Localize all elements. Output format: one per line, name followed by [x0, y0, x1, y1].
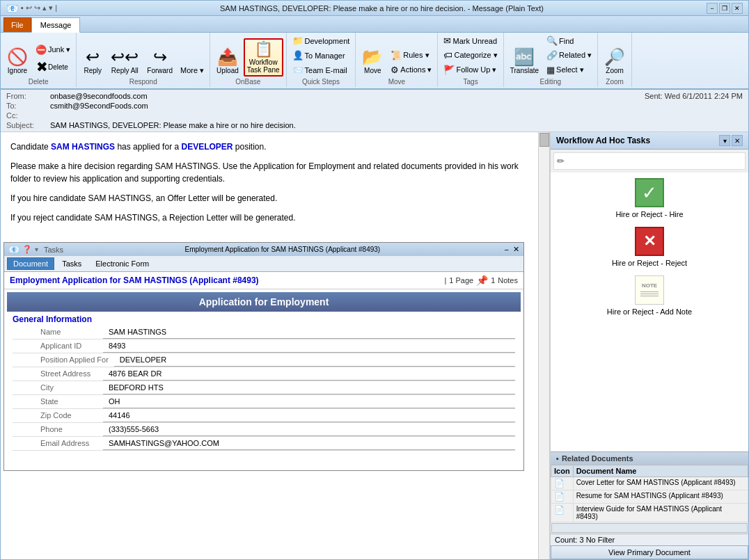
reply-button[interactable]: ↩ Reply [79, 46, 106, 77]
add-note-task-button[interactable]: Hire or Reject - Add Note [556, 275, 743, 316]
col-icon: Icon [551, 465, 574, 477]
view-primary-button[interactable]: View Primary Document [551, 545, 748, 559]
development-button[interactable]: 📁 Development [290, 34, 353, 47]
title-bar-controls: − ❐ ✕ [707, 3, 743, 14]
tab-file[interactable]: File [3, 17, 31, 32]
doc-name-cell: Cover Letter for SAM HASTINGS (Applicant… [573, 477, 748, 490]
related-docs-header: ▪ Related Documents [551, 452, 748, 465]
form-row: CityBEDFORD HTS [13, 381, 515, 395]
form-fields: NameSAM HASTINGSApplicant ID8493Position… [7, 326, 521, 451]
ribbon-group-editing: 🔤 Translate 🔍 Find 🔗 Related ▾ [504, 33, 598, 87]
reject-task-button[interactable]: ✕ Hire or Reject - Reject [556, 227, 743, 267]
content-area: Candidate SAM HASTINGS has applied for a… [1, 132, 748, 559]
junk-button[interactable]: ⛔ Junk ▾ [33, 43, 73, 56]
tab-electronic-form[interactable]: Electronic Form [89, 257, 155, 270]
table-row[interactable]: 📄 Interview Guide for SAM HASTINGS (Appl… [551, 504, 748, 522]
form-row: Position Applied ForDEVELOPER [13, 353, 515, 367]
viewer-content: Application for Employment General Infor… [4, 289, 523, 470]
title-bar: 📧 ▪ ↩ ↪ ▴ ▾ | SAM HASTINGS, DEVELOPER: P… [1, 1, 748, 16]
viewer-tabs: Document Tasks Electronic Form [4, 256, 523, 272]
form-row: Phone(333)555-5663 [13, 423, 515, 437]
minimize-button[interactable]: − [707, 3, 718, 14]
rules-button[interactable]: 📜 Rules ▾ [388, 49, 434, 62]
doc-name-cell: Interview Guide for SAM HASTINGS (Applic… [573, 504, 748, 522]
more-button[interactable]: More ▾ [178, 65, 207, 77]
viewer-close[interactable]: ✕ [513, 245, 519, 254]
ribbon-group-move: 📂 Move 📜 Rules ▾ ⚙ Actions ▾ [356, 33, 438, 87]
form-row: Street Address4876 BEAR DR [13, 367, 515, 381]
form-row: StateOH [13, 395, 515, 409]
title-bar-left: 📧 ▪ ↩ ↪ ▴ ▾ | [6, 3, 57, 14]
close-button[interactable]: ✕ [732, 3, 743, 14]
reply-all-button[interactable]: ↩↩ Reply All [107, 46, 142, 77]
workflow-panel-header: Workflow Ad Hoc Tasks ▾ ✕ [551, 132, 748, 150]
panel-minimize-button[interactable]: ▾ [719, 135, 730, 146]
viewer-doc-header: Employment Application for SAM HASTINGS … [4, 272, 523, 289]
viewer-titlebar: 📧 ❓ ▾ Tasks Employment Application for S… [4, 243, 523, 256]
ignore-button[interactable]: 🚫 Ignore [3, 46, 31, 77]
team-email-button[interactable]: 📨 Team E-mail [290, 63, 350, 77]
form-row: Applicant ID8493 [13, 339, 515, 353]
forward-button[interactable]: ↪ Forward [143, 46, 176, 77]
ribbon-tabs: File Message [1, 16, 748, 33]
embedded-viewer: 📧 ❓ ▾ Tasks Employment Application for S… [3, 242, 524, 471]
body-scrollbar[interactable] [538, 132, 549, 559]
tab-message[interactable]: Message [31, 17, 81, 33]
related-button[interactable]: 🔗 Related ▾ [544, 49, 594, 62]
related-scrollbar[interactable] [551, 523, 748, 533]
doc-icon-cell: 📄 [551, 477, 574, 490]
ribbon: 🚫 Ignore ⛔ Junk ▾ ✖ Delete De [1, 33, 748, 90]
doc-icon-cell: 📄 [551, 490, 574, 504]
zoom-button[interactable]: 🔎 Zoom [601, 46, 629, 77]
ribbon-group-zoom: 🔎 Zoom Zoom [598, 33, 632, 87]
to-manager-button[interactable]: 👤 To Manager [290, 49, 348, 62]
workflow-tasks: ✓ Hire or Reject - Hire ✕ Hire or Reject… [551, 173, 748, 451]
doc-icon-cell: 📄 [551, 504, 574, 522]
panel-close-button[interactable]: ✕ [732, 135, 743, 146]
delete-button[interactable]: ✖ Delete [33, 57, 73, 77]
follow-up-button[interactable]: 🚩 Follow Up ▾ [441, 63, 499, 77]
ribbon-group-tags: ✉ Mark Unread 🏷 Categorize ▾ 🚩 Follow Up… [438, 33, 503, 87]
ribbon-row: 🚫 Ignore ⛔ Junk ▾ ✖ Delete De [1, 33, 748, 88]
translate-button[interactable]: 🔤 Translate [507, 46, 542, 77]
mark-unread-button[interactable]: ✉ Mark Unread [441, 34, 500, 47]
doc-name-cell: Resume for SAM HASTINGS (Applicant #8493… [573, 490, 748, 504]
restore-button[interactable]: ❐ [719, 3, 730, 14]
form-row: NameSAM HASTINGS [13, 326, 515, 339]
related-docs-table: Icon Document Name 📄 Cover Letter for SA… [551, 465, 748, 522]
ribbon-group-quicksteps: 📁 Development 👤 To Manager 📨 Team E-mail… [287, 33, 356, 87]
right-panel: Workflow Ad Hoc Tasks ▾ ✕ ✏ ✓ Hire or Re… [550, 132, 748, 559]
actions-button[interactable]: ⚙ Actions ▾ [388, 63, 434, 77]
categorize-button[interactable]: 🏷 Categorize ▾ [441, 49, 500, 62]
related-docs-body: 📄 Cover Letter for SAM HASTINGS (Applica… [551, 477, 748, 522]
col-docname: Document Name [573, 465, 748, 477]
hire-task-button[interactable]: ✓ Hire or Reject - Hire [556, 178, 743, 218]
form-row: Zip Code44146 [13, 409, 515, 423]
application-form: Application for Employment General Infor… [4, 289, 523, 454]
related-footer: Count: 3 No Filter [551, 534, 748, 545]
related-documents-panel: ▪ Related Documents Icon Document Name 📄… [551, 451, 748, 559]
ribbon-group-delete: 🚫 Ignore ⛔ Junk ▾ ✖ Delete De [1, 33, 77, 87]
form-row: Email AddressSAMHASTINGS@YAHOO.COM [13, 437, 515, 451]
message-body: Candidate SAM HASTINGS has applied for a… [1, 132, 550, 559]
form-title: Application for Employment [7, 292, 521, 312]
workflow-task-pane-button[interactable]: 📋 WorkflowTask Pane [244, 38, 283, 77]
message-text: Candidate SAM HASTINGS has applied for a… [1, 132, 538, 239]
ribbon-group-onbase: 📤 Upload 📋 WorkflowTask Pane OnBase [210, 33, 286, 87]
message-header: From: onbase@9secondfoods.com Sent: Wed … [1, 90, 748, 132]
find-button[interactable]: 🔍 Find [544, 34, 594, 47]
upload-button[interactable]: 📤 Upload [213, 46, 242, 77]
form-section: General Information [7, 312, 521, 326]
table-row[interactable]: 📄 Cover Letter for SAM HASTINGS (Applica… [551, 477, 748, 490]
tab-tasks[interactable]: Tasks [56, 257, 88, 270]
move-button[interactable]: 📂 Move [358, 46, 386, 77]
table-row[interactable]: 📄 Resume for SAM HASTINGS (Applicant #84… [551, 490, 748, 504]
ribbon-group-respond: ↩ Reply ↩↩ Reply All ↪ Forward More ▾ [77, 33, 210, 87]
window-title: SAM HASTINGS, DEVELOPER: Please make a h… [57, 4, 707, 13]
viewer-minimize[interactable]: − [505, 246, 509, 254]
tab-document[interactable]: Document [7, 257, 54, 270]
select-button[interactable]: ▦ Select ▾ [544, 63, 594, 77]
